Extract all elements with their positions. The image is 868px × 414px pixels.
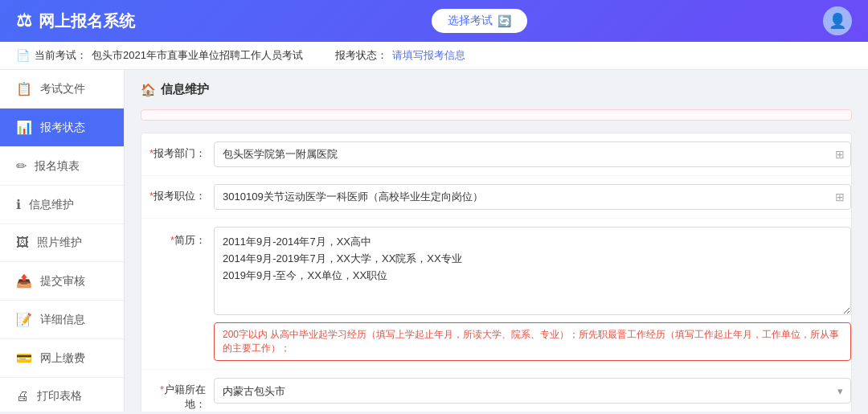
sidebar-item-submit-review[interactable]: 📤 提交审核: [0, 262, 124, 301]
department-row: *报考部门： 包头医学院第一附属医院 ⊞: [141, 133, 851, 176]
sub-header: 📄 当前考试： 包头市2021年市直事业单位招聘工作人员考试 报考状态： 请填写…: [0, 42, 868, 70]
detailed-info-icon: 📝: [16, 312, 32, 327]
department-input[interactable]: 包头医学院第一附属医院: [214, 141, 851, 167]
sidebar-item-print-form-label: 打印表格: [37, 389, 82, 404]
resume-textarea[interactable]: 2011年9月-2014年7月，XX高中 2014年9月-2019年7月，XX大…: [214, 227, 851, 315]
province-label: *户籍所在地：: [141, 378, 214, 412]
resume-value: 2011年9月-2014年7月，XX高中 2014年9月-2019年7月，XX大…: [214, 227, 851, 361]
layout: 📋 考试文件 📊 报考状态 ✏ 报名填表 ℹ 信息维护 🖼 照片维护 📤 提交审…: [0, 70, 868, 412]
page-title-text: 信息维护: [161, 82, 209, 97]
select-exam-label: 选择考试: [448, 14, 493, 28]
position-input[interactable]: 3010109关节运动医学一科医师（高校毕业生定向岗位）: [214, 184, 851, 210]
resume-hint-text: 200字以内 从高中毕业起学习经历（填写上学起止年月，所读大学、院系、专业）；所…: [223, 329, 839, 354]
exam-status-info: 报考状态： 请填写报考信息: [335, 48, 465, 63]
sidebar-item-detailed-info[interactable]: 📝 详细信息: [0, 301, 124, 339]
page-title: 🏠 信息维护: [141, 82, 852, 97]
sidebar-item-registration[interactable]: ✏ 报名填表: [0, 147, 124, 186]
sidebar-item-registration-label: 报名填表: [35, 159, 80, 174]
sidebar-item-info-maintain-label: 信息维护: [29, 198, 74, 212]
position-text: 3010109关节运动医学一科医师（高校毕业生定向岗位）: [223, 190, 483, 204]
department-label: *报考部门：: [141, 141, 214, 161]
position-label: *报考职位：: [141, 184, 214, 203]
sidebar-item-info-maintain[interactable]: ℹ 信息维护: [0, 186, 124, 224]
position-grid-icon: ⊞: [835, 191, 845, 203]
sidebar-item-photo-maintain[interactable]: 🖼 照片维护: [0, 224, 124, 262]
info-maintain-icon: ℹ: [16, 197, 21, 212]
sidebar-item-exam-status-label: 报考状态: [40, 121, 85, 135]
logo: ⚖ 网上报名系统: [16, 10, 135, 32]
status-value: 请填写报考信息: [392, 48, 465, 63]
department-grid-icon: ⊞: [835, 148, 845, 161]
info-form: *报考部门： 包头医学院第一附属医院 ⊞ *报考职位： 3010109关节运动医…: [141, 133, 852, 412]
print-form-icon: 🖨: [16, 389, 29, 404]
status-label: 报考状态：: [335, 48, 387, 63]
department-text: 包头医学院第一附属医院: [223, 147, 338, 162]
logo-text: 网上报名系统: [39, 10, 135, 32]
province-select[interactable]: 内蒙古包头市: [214, 378, 851, 404]
sidebar-item-exam-docs-label: 考试文件: [40, 82, 85, 96]
current-exam-value: 包头市2021年市直事业单位招聘工作人员考试: [92, 48, 303, 63]
current-exam-label: 当前考试：: [35, 48, 87, 63]
logo-icon: ⚖: [16, 10, 32, 31]
position-value[interactable]: 3010109关节运动医学一科医师（高校毕业生定向岗位） ⊞: [214, 184, 851, 210]
exam-info: 📄 当前考试： 包头市2021年市直事业单位招聘工作人员考试: [16, 48, 303, 63]
header: ⚖ 网上报名系统 选择考试 🔄 👤: [0, 0, 868, 42]
sidebar-item-detailed-info-label: 详细信息: [40, 313, 85, 327]
avatar-icon: 👤: [829, 12, 846, 30]
resume-label: *简历：: [141, 227, 214, 248]
registration-icon: ✏: [16, 158, 27, 174]
sidebar-item-print-form[interactable]: 🖨 打印表格: [0, 378, 124, 412]
sidebar-item-submit-review-label: 提交审核: [40, 274, 85, 289]
sidebar-item-photo-maintain-label: 照片维护: [37, 236, 82, 250]
warning-bar: [141, 109, 852, 121]
position-row: *报考职位： 3010109关节运动医学一科医师（高校毕业生定向岗位） ⊞: [141, 176, 851, 219]
submit-review-icon: 📤: [16, 273, 32, 289]
resume-row: *简历： 2011年9月-2014年7月，XX高中 2014年9月-2019年7…: [141, 219, 851, 370]
sidebar: 📋 考试文件 📊 报考状态 ✏ 报名填表 ℹ 信息维护 🖼 照片维护 📤 提交审…: [0, 70, 125, 412]
sidebar-item-exam-docs[interactable]: 📋 考试文件: [0, 70, 124, 109]
sidebar-item-online-payment[interactable]: 💳 网上缴费: [0, 339, 124, 378]
avatar[interactable]: 👤: [823, 6, 852, 35]
page-title-icon: 🏠: [141, 83, 156, 97]
province-row: *户籍所在地： 内蒙古包头市: [141, 370, 851, 412]
department-value[interactable]: 包头医学院第一附属医院 ⊞: [214, 141, 851, 167]
resume-hint: 200字以内 从高中毕业起学习经历（填写上学起止年月，所读大学、院系、专业）；所…: [214, 322, 851, 361]
main-content: 🏠 信息维护 *报考部门： 包头医学院第一附属医院 ⊞: [125, 70, 868, 412]
sidebar-item-online-payment-label: 网上缴费: [40, 351, 85, 366]
online-payment-icon: 💳: [16, 350, 32, 366]
sidebar-item-exam-status[interactable]: 📊 报考状态: [0, 109, 124, 147]
exam-docs-icon: 📋: [16, 81, 32, 96]
photo-maintain-icon: 🖼: [16, 236, 29, 250]
exam-status-icon: 📊: [16, 120, 32, 135]
header-center: 选择考试 🔄: [432, 9, 527, 33]
province-value[interactable]: 内蒙古包头市: [214, 378, 851, 404]
select-exam-icon: 🔄: [497, 14, 511, 27]
select-exam-button[interactable]: 选择考试 🔄: [432, 9, 527, 33]
exam-doc-icon: 📄: [16, 49, 30, 62]
